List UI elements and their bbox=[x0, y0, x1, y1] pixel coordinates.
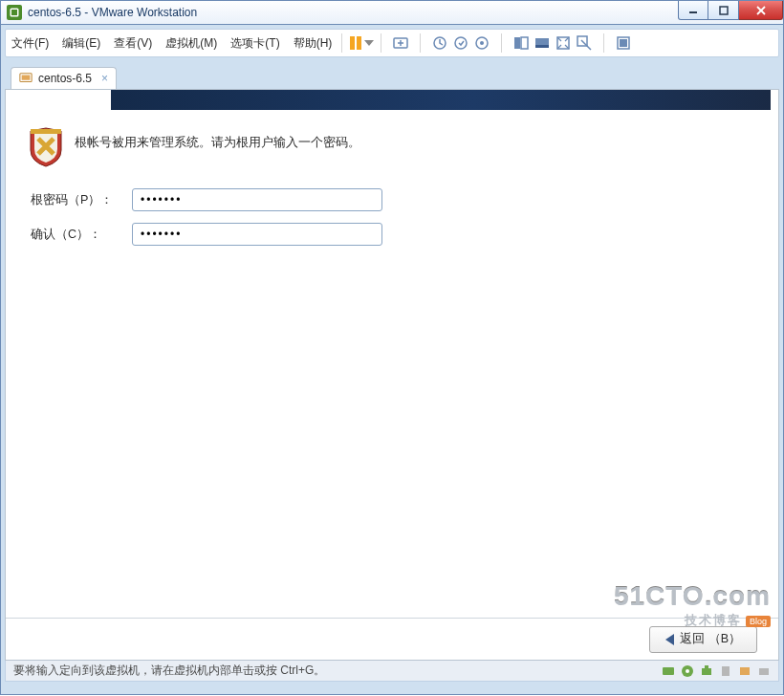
installer-nav-bar: 返回 （B） bbox=[6, 618, 778, 660]
svg-rect-29 bbox=[759, 668, 769, 675]
svg-rect-18 bbox=[620, 39, 627, 47]
tab-row: centos-6.5 × bbox=[5, 67, 779, 89]
vm-tab-icon bbox=[19, 72, 33, 85]
back-button-label: 返回 （B） bbox=[680, 631, 741, 647]
pause-button[interactable] bbox=[352, 33, 371, 53]
status-cd-icon[interactable] bbox=[681, 664, 694, 678]
svg-point-8 bbox=[455, 37, 467, 49]
confirm-password-input[interactable] bbox=[132, 223, 382, 246]
status-usb-icon[interactable] bbox=[719, 664, 732, 678]
menu-edit[interactable]: 编辑(E) bbox=[62, 35, 100, 52]
menu-help[interactable]: 帮助(H) bbox=[294, 35, 333, 52]
svg-rect-11 bbox=[514, 37, 520, 49]
installer-banner bbox=[111, 90, 771, 110]
window-titlebar: centos-6.5 - VMware Workstation bbox=[0, 0, 784, 25]
snapshot-take-icon[interactable] bbox=[451, 33, 470, 53]
vm-display[interactable]: 根帐号被用来管理系统。请为根用户输入一个密码。 根密码（P）： 确认（C）： 返… bbox=[5, 89, 779, 661]
installer-message: 根帐号被用来管理系统。请为根用户输入一个密码。 bbox=[75, 127, 360, 151]
view-console-icon[interactable] bbox=[512, 33, 531, 53]
menu-view[interactable]: 查看(V) bbox=[114, 35, 152, 52]
tab-label: centos-6.5 bbox=[38, 72, 92, 85]
svg-rect-3 bbox=[720, 7, 728, 14]
svg-rect-20 bbox=[22, 76, 31, 80]
svg-rect-22 bbox=[663, 667, 674, 675]
menu-vm[interactable]: 虚拟机(M) bbox=[165, 35, 217, 52]
back-button[interactable]: 返回 （B） bbox=[649, 626, 757, 653]
root-password-input[interactable] bbox=[132, 188, 382, 211]
tab-centos[interactable]: centos-6.5 × bbox=[11, 67, 117, 89]
svg-rect-28 bbox=[740, 667, 750, 675]
svg-rect-26 bbox=[705, 665, 708, 668]
snapshot-manager-icon[interactable] bbox=[472, 33, 491, 53]
svg-rect-21 bbox=[31, 129, 61, 134]
status-printer-icon[interactable] bbox=[757, 664, 771, 678]
view-thumbnail-icon[interactable] bbox=[533, 33, 552, 53]
menu-file[interactable]: 文件(F) bbox=[11, 35, 49, 52]
svg-rect-14 bbox=[535, 45, 549, 48]
status-sound-icon[interactable] bbox=[738, 664, 751, 678]
arrow-left-icon bbox=[665, 634, 674, 645]
tab-close-icon[interactable]: × bbox=[101, 72, 108, 85]
fullscreen-icon[interactable] bbox=[554, 33, 573, 53]
send-keys-icon[interactable] bbox=[391, 33, 410, 53]
close-button[interactable] bbox=[739, 1, 783, 20]
status-disk-icon[interactable] bbox=[662, 664, 675, 678]
menu-bar: 文件(F) 编辑(E) 查看(V) 虚拟机(M) 选项卡(T) 帮助(H) bbox=[11, 35, 332, 52]
svg-point-10 bbox=[480, 41, 484, 45]
svg-rect-27 bbox=[722, 666, 730, 676]
unity-icon[interactable] bbox=[575, 33, 594, 53]
app-icon bbox=[7, 5, 22, 20]
svg-rect-12 bbox=[521, 37, 528, 49]
maximize-button[interactable] bbox=[708, 1, 739, 20]
shield-icon bbox=[29, 127, 63, 167]
status-hint: 要将输入定向到该虚拟机，请在虚拟机内部单击或按 Ctrl+G。 bbox=[13, 663, 325, 679]
svg-rect-25 bbox=[702, 668, 711, 675]
svg-point-24 bbox=[686, 669, 689, 673]
window-title: centos-6.5 - VMware Workstation bbox=[28, 6, 197, 19]
svg-rect-1 bbox=[11, 10, 17, 15]
menu-tabs[interactable]: 选项卡(T) bbox=[230, 35, 279, 52]
window-controls bbox=[678, 1, 783, 20]
confirm-password-label: 确认（C）： bbox=[29, 227, 132, 243]
status-bar: 要将输入定向到该虚拟机，请在虚拟机内部单击或按 Ctrl+G。 bbox=[5, 661, 779, 682]
library-icon[interactable] bbox=[614, 33, 633, 53]
toolbar: 文件(F) 编辑(E) 查看(V) 虚拟机(M) 选项卡(T) 帮助(H) bbox=[5, 29, 779, 57]
root-password-label: 根密码（P）： bbox=[29, 192, 132, 208]
status-net-icon[interactable] bbox=[700, 664, 713, 678]
snapshot-icon[interactable] bbox=[430, 33, 449, 53]
minimize-button[interactable] bbox=[678, 1, 708, 20]
